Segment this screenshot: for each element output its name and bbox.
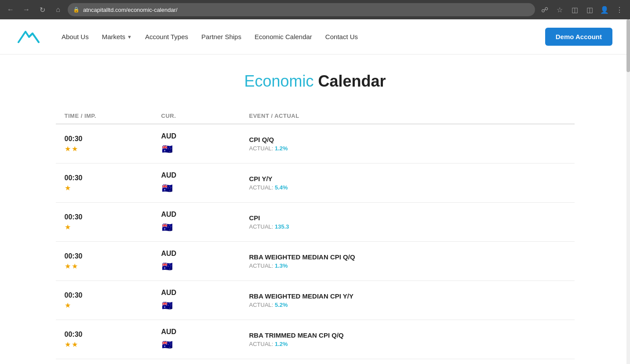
star-filled: ★ [65,145,71,153]
importance-stars: ★★ [65,340,161,349]
actual-number: 5.4% [275,184,288,191]
event-name: CPI Q/Q [249,136,566,143]
importance-stars: ★ [65,301,161,309]
importance-stars: ★★ [65,145,161,153]
time-value: 00:30 [65,331,161,339]
actual-value: ACTUAL: 5.4% [249,184,566,191]
table-header: TIME / IMP. CUR. EVENT / ACTUAL [56,108,575,124]
actual-value: ACTUAL: 1.3% [249,262,566,269]
extensions-icon[interactable]: ◫ [568,4,581,16]
table-row: 00:30 ★★ AUD 🇦🇺 RBA WEIGHTED MEDIAN CPI … [56,242,575,281]
importance-stars: ★★ [65,262,161,270]
nav-economic-calendar[interactable]: Economic Calendar [255,33,312,40]
currency-code: AUD [161,132,249,140]
star-filled: ★ [65,262,71,270]
nav-about-us[interactable]: About Us [62,33,89,40]
menu-icon[interactable]: ⋮ [613,4,626,16]
nav-links: About Us Markets ▼ Account Types Partner… [62,33,532,40]
time-cell: 00:30 ★★ [65,331,161,349]
time-value: 00:30 [65,291,161,299]
star-filled: ★ [72,145,78,153]
actual-value: ACTUAL: 1.2% [249,341,566,347]
star-icon[interactable]: ☆ [554,4,566,16]
nav-markets[interactable]: Markets ▼ [102,33,132,40]
time-cell: 00:30 ★★ [65,252,161,270]
time-cell: 00:30 ★★ [65,135,161,153]
star-filled: ★ [65,184,71,192]
flag-icon: 🇦🇺 [161,260,174,273]
reload-button[interactable]: ↻ [36,4,48,16]
actual-number: 5.2% [275,302,288,308]
actual-value: ACTUAL: 5.2% [249,302,566,308]
table-row: 00:30 ★ AUD 🇦🇺 CPI Y/Y ACTUAL: 5.4% [56,164,575,203]
home-button[interactable]: ⌂ [52,4,64,16]
address-bar[interactable]: 🔒 atncapitalltd.com/economic-calendar/ [68,3,535,16]
time-cell: 00:30 ★ [65,174,161,192]
url-text: atncapitalltd.com/economic-calendar/ [83,7,178,13]
currency-cell: AUD 🇦🇺 [161,289,249,312]
time-value: 00:30 [65,213,161,221]
col-time: TIME / IMP. [65,113,161,119]
currency-code: AUD [161,328,249,336]
main-content: Economic Calendar TIME / IMP. CUR. EVENT… [29,55,601,364]
event-name: RBA WEIGHTED MEDIAN CPI Y/Y [249,292,566,300]
markets-chevron: ▼ [127,34,132,40]
event-cell: CPI ACTUAL: 135.3 [249,214,566,230]
currency-cell: AUD 🇦🇺 [161,132,249,155]
flag-icon: 🇦🇺 [161,221,174,233]
actual-number: 1.3% [275,262,288,269]
scrollbar[interactable] [626,19,630,364]
table-row: 00:30 ★ AUD 🇦🇺 CPI ACTUAL: 135.3 [56,203,575,242]
col-event: EVENT / ACTUAL [249,113,566,119]
time-cell: 00:30 ★ [65,213,161,231]
sidebar-icon[interactable]: ◫ [583,4,596,16]
flag-icon: 🇦🇺 [161,339,174,351]
translate-icon[interactable]: ☍ [539,4,551,16]
col-currency: CUR. [161,113,249,119]
nav-contact-us[interactable]: Contact Us [325,33,358,40]
actual-value: ACTUAL: 135.3 [249,223,566,230]
currency-code: AUD [161,250,249,258]
demo-account-button[interactable]: Demo Account [545,28,612,46]
scrollbar-thumb[interactable] [626,19,630,72]
browser-chrome: ← → ↻ ⌂ 🔒 atncapitalltd.com/economic-cal… [0,0,630,19]
profile-icon[interactable]: 👤 [598,4,611,16]
lock-icon: 🔒 [73,7,80,13]
back-button[interactable]: ← [4,4,17,16]
currency-cell: AUD 🇦🇺 [161,250,249,273]
star-filled: ★ [65,223,71,231]
nav-account-types[interactable]: Account Types [145,33,188,40]
event-name: RBA WEIGHTED MEDIAN CPI Q/Q [249,253,566,261]
currency-code: AUD [161,171,249,179]
currency-code: AUD [161,211,249,218]
title-bold: Calendar [318,72,386,90]
flag-icon: 🇦🇺 [161,299,174,312]
table-row: 00:30 ★ AUD 🇦🇺 RBA TRIMMED MEAN CPI Y/Y … [56,359,575,364]
event-name: CPI Y/Y [249,175,566,182]
flag-icon: 🇦🇺 [161,143,174,155]
calendar-table: 00:30 ★★ AUD 🇦🇺 CPI Q/Q ACTUAL: 1.2% 00:… [56,124,575,364]
currency-code: AUD [161,289,249,297]
actual-number: 135.3 [275,223,289,230]
time-cell: 00:30 ★ [65,291,161,309]
star-filled: ★ [65,301,71,309]
event-cell: CPI Y/Y ACTUAL: 5.4% [249,175,566,191]
event-cell: RBA WEIGHTED MEDIAN CPI Q/Q ACTUAL: 1.3% [249,253,566,269]
star-filled: ★ [72,340,78,349]
actual-number: 1.2% [275,145,288,152]
nav-partner-ships[interactable]: Partner Ships [201,33,241,40]
logo[interactable] [18,28,40,46]
event-cell: RBA WEIGHTED MEDIAN CPI Y/Y ACTUAL: 5.2% [249,292,566,308]
event-name: RBA TRIMMED MEAN CPI Q/Q [249,331,566,339]
star-filled: ★ [65,340,71,349]
title-highlight: Economic [244,72,313,90]
importance-stars: ★ [65,184,161,192]
page-title: Economic Calendar [56,72,575,91]
event-name: CPI [249,214,566,222]
table-row: 00:30 ★★ AUD 🇦🇺 RBA TRIMMED MEAN CPI Q/Q… [56,320,575,359]
currency-cell: AUD 🇦🇺 [161,328,249,351]
time-value: 00:30 [65,174,161,182]
time-value: 00:30 [65,252,161,260]
time-value: 00:30 [65,135,161,143]
forward-button[interactable]: → [20,4,33,16]
